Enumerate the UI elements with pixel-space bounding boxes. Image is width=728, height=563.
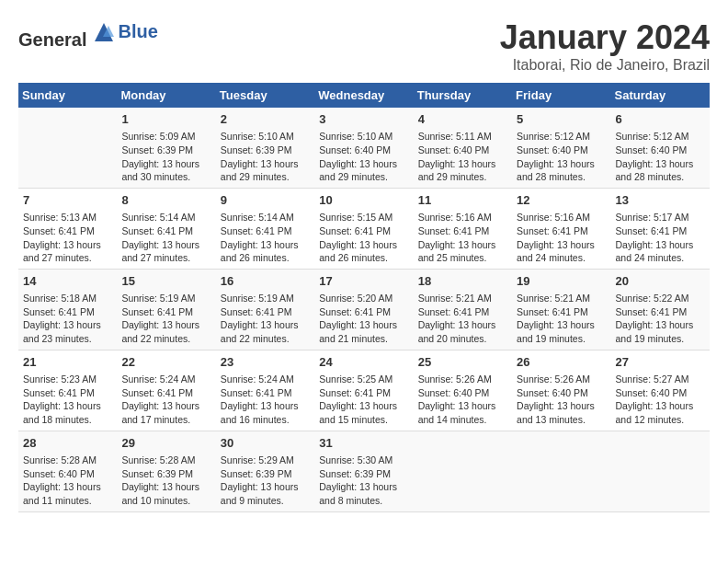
day-content: Sunrise: 5:14 AM Sunset: 6:41 PM Dayligh… [221,211,310,265]
header-day-monday: Monday [117,83,215,108]
day-number: 19 [517,273,606,290]
week-row-1: 1Sunrise: 5:09 AM Sunset: 6:39 PM Daylig… [18,108,710,188]
day-content: Sunrise: 5:26 AM Sunset: 6:40 PM Dayligh… [418,373,507,427]
day-content: Sunrise: 5:19 AM Sunset: 6:41 PM Dayligh… [221,292,310,346]
day-number: 6 [616,111,705,128]
header-day-wednesday: Wednesday [314,83,413,108]
calendar-cell: 16Sunrise: 5:19 AM Sunset: 6:41 PM Dayli… [216,269,314,350]
calendar-cell: 12Sunrise: 5:16 AM Sunset: 6:41 PM Dayli… [512,188,610,269]
day-number: 10 [319,192,408,209]
day-content: Sunrise: 5:28 AM Sunset: 6:40 PM Dayligh… [23,454,112,508]
day-content: Sunrise: 5:21 AM Sunset: 6:41 PM Dayligh… [517,292,606,346]
calendar-cell: 30Sunrise: 5:29 AM Sunset: 6:39 PM Dayli… [216,431,314,511]
day-content: Sunrise: 5:12 AM Sunset: 6:40 PM Dayligh… [517,130,606,184]
day-content: Sunrise: 5:25 AM Sunset: 6:41 PM Dayligh… [319,373,408,427]
logo-general: General [18,29,86,50]
calendar-cell: 3Sunrise: 5:10 AM Sunset: 6:40 PM Daylig… [314,108,413,188]
day-number: 20 [616,273,705,290]
day-content: Sunrise: 5:20 AM Sunset: 6:41 PM Dayligh… [319,292,408,346]
day-number: 5 [517,111,606,128]
day-content: Sunrise: 5:24 AM Sunset: 6:41 PM Dayligh… [121,373,210,427]
day-number: 7 [23,192,112,209]
day-number: 24 [319,354,408,371]
calendar-cell [512,431,610,511]
day-content: Sunrise: 5:24 AM Sunset: 6:41 PM Dayligh… [221,373,310,427]
day-content: Sunrise: 5:16 AM Sunset: 6:41 PM Dayligh… [418,211,507,265]
day-content: Sunrise: 5:26 AM Sunset: 6:40 PM Dayligh… [517,373,606,427]
header-day-friday: Friday [512,83,610,108]
logo-blue: Blue [118,21,157,41]
day-content: Sunrise: 5:12 AM Sunset: 6:40 PM Dayligh… [616,130,705,184]
week-row-5: 28Sunrise: 5:28 AM Sunset: 6:40 PM Dayli… [18,431,710,511]
calendar-cell: 4Sunrise: 5:11 AM Sunset: 6:40 PM Daylig… [414,108,512,188]
calendar-cell [611,431,710,511]
day-content: Sunrise: 5:30 AM Sunset: 6:39 PM Dayligh… [319,454,408,508]
day-content: Sunrise: 5:18 AM Sunset: 6:41 PM Dayligh… [23,292,112,346]
day-content: Sunrise: 5:10 AM Sunset: 6:39 PM Dayligh… [221,130,310,184]
day-number: 3 [319,111,408,128]
title-section: January 2024 Itaborai, Rio de Janeiro, B… [500,18,710,74]
calendar-cell: 17Sunrise: 5:20 AM Sunset: 6:41 PM Dayli… [314,269,413,350]
day-number: 11 [418,192,507,209]
calendar-cell: 26Sunrise: 5:26 AM Sunset: 6:40 PM Dayli… [512,350,610,431]
day-content: Sunrise: 5:13 AM Sunset: 6:41 PM Dayligh… [23,211,112,265]
calendar-cell: 5Sunrise: 5:12 AM Sunset: 6:40 PM Daylig… [512,108,610,188]
day-number: 14 [23,273,112,290]
day-content: Sunrise: 5:10 AM Sunset: 6:40 PM Dayligh… [319,130,408,184]
day-number: 4 [418,111,507,128]
day-number: 8 [121,192,210,209]
calendar-cell: 10Sunrise: 5:15 AM Sunset: 6:41 PM Dayli… [314,188,413,269]
day-number: 28 [23,435,112,452]
calendar-cell: 24Sunrise: 5:25 AM Sunset: 6:41 PM Dayli… [314,350,413,431]
day-number: 2 [221,111,310,128]
calendar-cell: 11Sunrise: 5:16 AM Sunset: 6:41 PM Dayli… [414,188,512,269]
page-header: General Blue January 2024 Itaborai, Rio … [18,18,710,74]
day-number: 27 [616,354,705,371]
calendar-cell: 19Sunrise: 5:21 AM Sunset: 6:41 PM Dayli… [512,269,610,350]
calendar-cell: 9Sunrise: 5:14 AM Sunset: 6:41 PM Daylig… [216,188,314,269]
week-row-4: 21Sunrise: 5:23 AM Sunset: 6:41 PM Dayli… [18,350,710,431]
calendar-cell: 6Sunrise: 5:12 AM Sunset: 6:40 PM Daylig… [611,108,710,188]
calendar-cell: 23Sunrise: 5:24 AM Sunset: 6:41 PM Dayli… [216,350,314,431]
calendar-cell: 22Sunrise: 5:24 AM Sunset: 6:41 PM Dayli… [117,350,215,431]
day-number: 21 [23,354,112,371]
day-number: 29 [121,435,210,452]
calendar-cell: 28Sunrise: 5:28 AM Sunset: 6:40 PM Dayli… [18,431,117,511]
day-number: 30 [221,435,310,452]
calendar-cell: 13Sunrise: 5:17 AM Sunset: 6:41 PM Dayli… [611,188,710,269]
day-content: Sunrise: 5:21 AM Sunset: 6:41 PM Dayligh… [418,292,507,346]
calendar-cell: 27Sunrise: 5:27 AM Sunset: 6:40 PM Dayli… [611,350,710,431]
calendar-cell: 25Sunrise: 5:26 AM Sunset: 6:40 PM Dayli… [414,350,512,431]
day-content: Sunrise: 5:16 AM Sunset: 6:41 PM Dayligh… [517,211,606,265]
calendar-title: January 2024 [500,18,710,57]
week-row-3: 14Sunrise: 5:18 AM Sunset: 6:41 PM Dayli… [18,269,710,350]
calendar-cell: 21Sunrise: 5:23 AM Sunset: 6:41 PM Dayli… [18,350,117,431]
day-content: Sunrise: 5:23 AM Sunset: 6:41 PM Dayligh… [23,373,112,427]
header-day-tuesday: Tuesday [216,83,314,108]
calendar-cell [18,108,117,188]
day-content: Sunrise: 5:14 AM Sunset: 6:41 PM Dayligh… [121,211,210,265]
day-number: 31 [319,435,408,452]
day-number: 25 [418,354,507,371]
calendar-cell: 31Sunrise: 5:30 AM Sunset: 6:39 PM Dayli… [314,431,413,511]
day-number: 17 [319,273,408,290]
calendar-cell: 8Sunrise: 5:14 AM Sunset: 6:41 PM Daylig… [117,188,215,269]
calendar-subtitle: Itaborai, Rio de Janeiro, Brazil [500,57,710,74]
calendar-cell [414,431,512,511]
logo: General Blue [18,18,158,51]
calendar-table: SundayMondayTuesdayWednesdayThursdayFrid… [18,83,710,512]
calendar-cell: 14Sunrise: 5:18 AM Sunset: 6:41 PM Dayli… [18,269,117,350]
day-content: Sunrise: 5:15 AM Sunset: 6:41 PM Dayligh… [319,211,408,265]
day-content: Sunrise: 5:17 AM Sunset: 6:41 PM Dayligh… [616,211,705,265]
day-number: 13 [616,192,705,209]
calendar-cell: 29Sunrise: 5:28 AM Sunset: 6:39 PM Dayli… [117,431,215,511]
day-number: 23 [221,354,310,371]
day-number: 15 [121,273,210,290]
calendar-cell: 15Sunrise: 5:19 AM Sunset: 6:41 PM Dayli… [117,269,215,350]
day-content: Sunrise: 5:19 AM Sunset: 6:41 PM Dayligh… [121,292,210,346]
day-number: 16 [221,273,310,290]
day-number: 12 [517,192,606,209]
calendar-cell: 2Sunrise: 5:10 AM Sunset: 6:39 PM Daylig… [216,108,314,188]
day-number: 9 [221,192,310,209]
header-day-thursday: Thursday [414,83,512,108]
